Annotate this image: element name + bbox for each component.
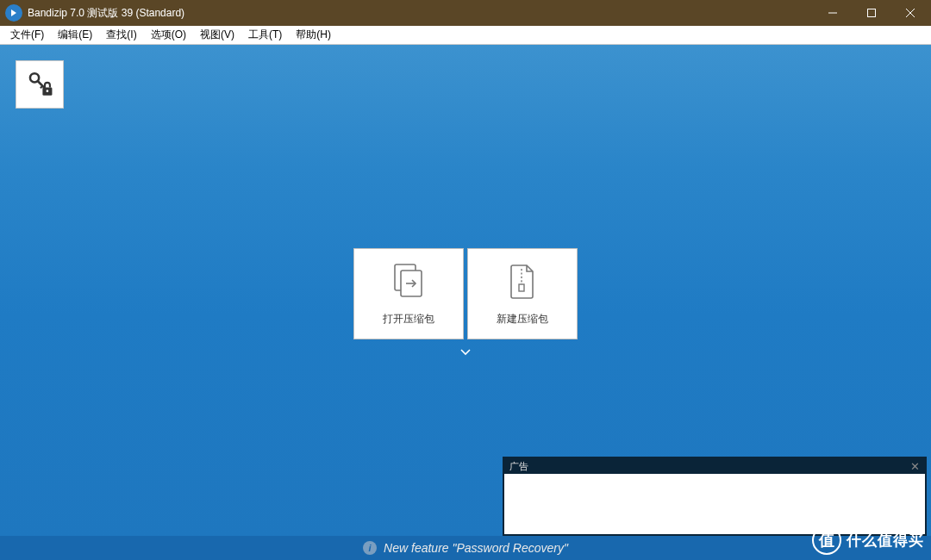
watermark: 值 什么值得买 <box>812 526 924 555</box>
ad-panel: 广告 ✕ <box>503 457 927 536</box>
maximize-button[interactable] <box>852 0 890 26</box>
info-icon: i <box>363 541 377 555</box>
svg-rect-13 <box>519 284 524 291</box>
watermark-text: 什么值得买 <box>847 531 924 551</box>
menu-edit[interactable]: 编辑(E) <box>51 26 99 44</box>
menu-file[interactable]: 文件(F) <box>3 26 51 44</box>
menu-tools[interactable]: 工具(T) <box>241 26 289 44</box>
svg-rect-1 <box>867 9 875 17</box>
open-archive-label: 打开压缩包 <box>383 312 434 327</box>
app-icon <box>5 4 22 22</box>
statusbar-message: New feature "Password Recovery" <box>384 541 568 555</box>
watermark-badge: 值 <box>812 526 841 555</box>
close-button[interactable] <box>890 0 929 26</box>
key-lock-icon <box>25 70 54 99</box>
main-area: 打开压缩包 新建压缩包 广告 ✕ <box>0 45 931 536</box>
open-archive-icon <box>392 262 425 300</box>
menu-options[interactable]: 选项(O) <box>144 26 193 44</box>
svg-line-6 <box>41 86 43 89</box>
chevron-down-icon <box>459 348 472 357</box>
password-recovery-button[interactable] <box>16 60 64 109</box>
action-cards: 打开压缩包 新建压缩包 <box>353 248 578 339</box>
menu-find[interactable]: 查找(I) <box>99 26 143 44</box>
ad-label: 广告 <box>509 460 528 473</box>
minimize-button[interactable] <box>813 0 852 26</box>
ad-header: 广告 ✕ <box>504 458 925 474</box>
new-archive-button[interactable]: 新建压缩包 <box>467 248 578 339</box>
menu-help[interactable]: 帮助(H) <box>289 26 338 44</box>
titlebar: Bandizip 7.0 测试版 39 (Standard) <box>0 0 931 26</box>
ad-close-button[interactable]: ✕ <box>910 461 920 472</box>
statusbar[interactable]: i New feature "Password Recovery" <box>0 536 931 560</box>
new-archive-label: 新建压缩包 <box>497 312 548 327</box>
menubar: 文件(F) 编辑(E) 查找(I) 选项(O) 视图(V) 工具(T) 帮助(H… <box>0 26 931 45</box>
expand-chevron[interactable] <box>459 345 472 360</box>
menu-view[interactable]: 视图(V) <box>193 26 241 44</box>
svg-point-8 <box>47 90 49 92</box>
open-archive-button[interactable]: 打开压缩包 <box>353 248 464 339</box>
new-archive-icon <box>506 262 539 300</box>
window-title: Bandizip 7.0 测试版 39 (Standard) <box>28 6 813 21</box>
